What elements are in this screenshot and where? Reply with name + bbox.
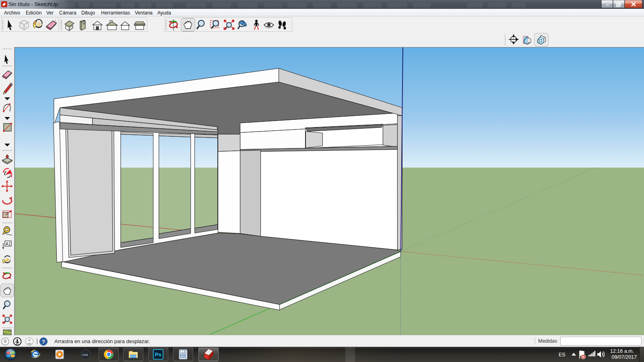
svg-text:0: 0 [184,350,185,353]
svg-text:?: ? [42,339,45,345]
svg-text:Ps: Ps [155,352,161,358]
svg-text:su: su [512,40,514,42]
svg-text:C: C [513,37,514,39]
svg-text:nox: nox [83,353,89,357]
svg-text:ES: ES [559,352,566,358]
svg-text:A1: A1 [6,242,11,246]
